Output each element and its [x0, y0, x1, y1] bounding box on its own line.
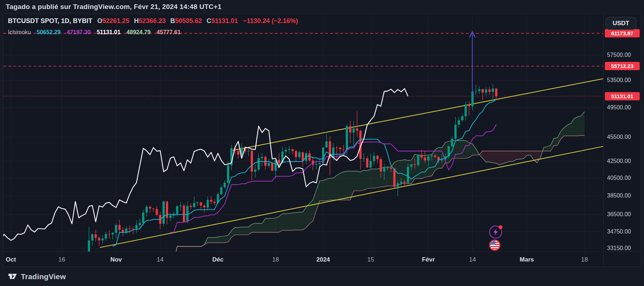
- time-tick-label: Déc: [207, 256, 229, 263]
- symbol-legend-row[interactable]: BTCUSDT SPOT, 1D, BYBIT O52261.25H52366.…: [8, 17, 298, 25]
- indicator-legend-row[interactable]: Ichimoku 50652.2947197.3051131.0148924.7…: [8, 29, 298, 36]
- ohlc-pair: O52261.25: [97, 17, 129, 25]
- time-tick-label: 18: [574, 256, 595, 263]
- price-tick-label: 36500.00: [607, 211, 631, 218]
- price-tick-label: 49500.00: [607, 104, 631, 111]
- price-tick-label: 42500.00: [607, 158, 631, 164]
- price-tick-label: 45500.00: [607, 134, 631, 140]
- price-line-chip: 55712.23: [605, 62, 640, 70]
- time-tick-label: 2024: [312, 256, 334, 263]
- footer: TradingView: [0, 267, 644, 286]
- indicator-value: 50652.29: [37, 29, 61, 36]
- us-flag-icon[interactable]: [489, 240, 500, 251]
- indicator-name[interactable]: Ichimoku: [8, 29, 31, 36]
- symbol-title[interactable]: BTCUSDT SPOT, 1D, BYBIT: [8, 17, 92, 25]
- change-value: −1130.24 (−2.16%): [243, 17, 298, 25]
- price-tick-label: 33150.00: [607, 245, 631, 251]
- time-tick-label: Mars: [516, 256, 538, 263]
- tradingview-logo-icon[interactable]: [8, 272, 18, 281]
- indicator-value: 48924.79: [126, 29, 150, 36]
- time-tick-label: 16: [51, 256, 73, 263]
- price-line-chip: 61173.87: [605, 29, 640, 37]
- tradingview-brand-text[interactable]: TradingView: [21, 272, 66, 281]
- price-line-chip: 51131.01: [605, 92, 640, 100]
- currency-toggle-button[interactable]: USDT: [606, 17, 636, 30]
- price-tick-label: 34750.00: [607, 228, 631, 235]
- time-tick-label: 18: [265, 256, 286, 263]
- time-tick-label: 14: [149, 256, 171, 263]
- ohlc-pair: C51131.01: [207, 17, 238, 25]
- ohlc-pair: B50535.62: [170, 17, 202, 25]
- chart-surface[interactable]: [0, 0, 644, 286]
- price-tick-label: 40500.00: [607, 175, 631, 181]
- flash-event-icon[interactable]: [489, 226, 502, 239]
- flag-canton: [490, 241, 495, 245]
- time-tick-label: Févr: [418, 256, 439, 263]
- indicator-value: 45777.61: [157, 29, 181, 36]
- time-tick-label: Nov: [105, 256, 127, 263]
- price-tick-label: 38500.00: [607, 192, 631, 199]
- indicator-value: 47197.30: [67, 29, 91, 36]
- price-tick-label: 57500.00: [607, 52, 631, 58]
- ohlc-pair: H52366.23: [134, 17, 166, 25]
- indicator-values: 50652.2947197.3051131.0148924.7945777.61: [37, 29, 181, 36]
- time-tick-label: Oct: [0, 256, 22, 263]
- indicator-value: 51131.01: [97, 29, 121, 36]
- price-tick-label: 53500.00: [607, 77, 631, 83]
- time-tick-label: 15: [360, 256, 381, 263]
- chart-legend: BTCUSDT SPOT, 1D, BYBIT O52261.25H52366.…: [8, 17, 298, 36]
- time-tick-label: 14: [462, 256, 483, 263]
- ohlc-values: O52261.25H52366.23B50535.62C51131.01: [97, 17, 238, 25]
